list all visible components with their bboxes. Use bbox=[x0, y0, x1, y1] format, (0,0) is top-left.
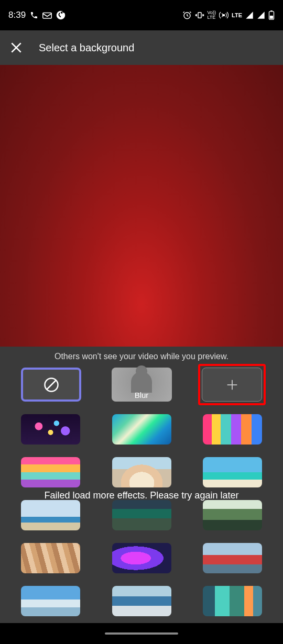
thumb-row-3 bbox=[21, 500, 262, 530]
thumb-row-2 bbox=[21, 457, 262, 487]
phone-icon bbox=[30, 11, 38, 19]
battery-icon bbox=[268, 10, 275, 20]
person-silhouette-icon bbox=[131, 372, 152, 393]
background-thumb[interactable] bbox=[21, 543, 80, 573]
nav-handle[interactable] bbox=[105, 632, 178, 635]
svg-point-4 bbox=[223, 14, 225, 17]
close-icon[interactable] bbox=[9, 41, 23, 54]
blur-background-option[interactable]: Blur bbox=[112, 368, 172, 402]
video-preview bbox=[0, 65, 283, 347]
background-thumb[interactable] bbox=[21, 500, 80, 530]
blur-label: Blur bbox=[135, 391, 149, 399]
status-right: Vo))LTE LTE bbox=[182, 10, 275, 20]
lte-label: LTE bbox=[232, 13, 242, 18]
status-left: 8:39 bbox=[8, 10, 66, 20]
background-thumb[interactable] bbox=[21, 586, 80, 616]
background-thumb[interactable] bbox=[112, 586, 171, 616]
svg-rect-6 bbox=[270, 10, 273, 12]
background-thumb[interactable] bbox=[21, 457, 80, 487]
error-message: Failed load more effects. Please try aga… bbox=[0, 490, 283, 501]
thumb-row-5 bbox=[21, 586, 262, 616]
background-thumb[interactable] bbox=[203, 457, 262, 487]
hotspot-icon bbox=[219, 10, 228, 20]
plus-icon bbox=[225, 377, 240, 392]
background-thumb[interactable] bbox=[203, 500, 262, 530]
add-background-option[interactable] bbox=[202, 368, 262, 402]
vibrate-icon bbox=[195, 10, 204, 20]
preview-hint: Others won't see your video while you pr… bbox=[0, 347, 283, 368]
background-thumb[interactable] bbox=[203, 586, 262, 616]
app-header: Select a background bbox=[0, 30, 283, 65]
background-thumb[interactable] bbox=[203, 414, 262, 445]
svg-rect-0 bbox=[43, 13, 52, 19]
background-thumb[interactable] bbox=[21, 414, 80, 445]
system-nav-bar bbox=[0, 623, 283, 644]
background-thumb[interactable] bbox=[112, 457, 171, 487]
status-bar: 8:39 Vo))LTE LTE bbox=[0, 0, 283, 30]
svg-rect-3 bbox=[198, 13, 201, 18]
status-time: 8:39 bbox=[8, 10, 26, 20]
signal-icon-2 bbox=[257, 11, 265, 19]
svg-rect-7 bbox=[270, 16, 273, 19]
alarm-icon bbox=[182, 10, 192, 20]
thumb-row-1 bbox=[21, 414, 262, 445]
signal-icon-1 bbox=[245, 11, 254, 19]
effects-panel: Others won't see your video while you pr… bbox=[0, 347, 283, 627]
background-thumb[interactable] bbox=[112, 500, 171, 530]
background-thumb[interactable] bbox=[203, 543, 262, 573]
background-thumb[interactable] bbox=[112, 414, 171, 445]
shazam-icon bbox=[56, 10, 66, 20]
background-thumb[interactable] bbox=[112, 543, 171, 573]
page-title: Select a background bbox=[39, 42, 134, 54]
none-background-option[interactable] bbox=[21, 368, 81, 402]
thumb-row-4 bbox=[21, 543, 262, 573]
voicemail-icon bbox=[42, 12, 52, 19]
volte-icon: Vo))LTE bbox=[208, 10, 216, 20]
none-icon bbox=[43, 377, 59, 393]
